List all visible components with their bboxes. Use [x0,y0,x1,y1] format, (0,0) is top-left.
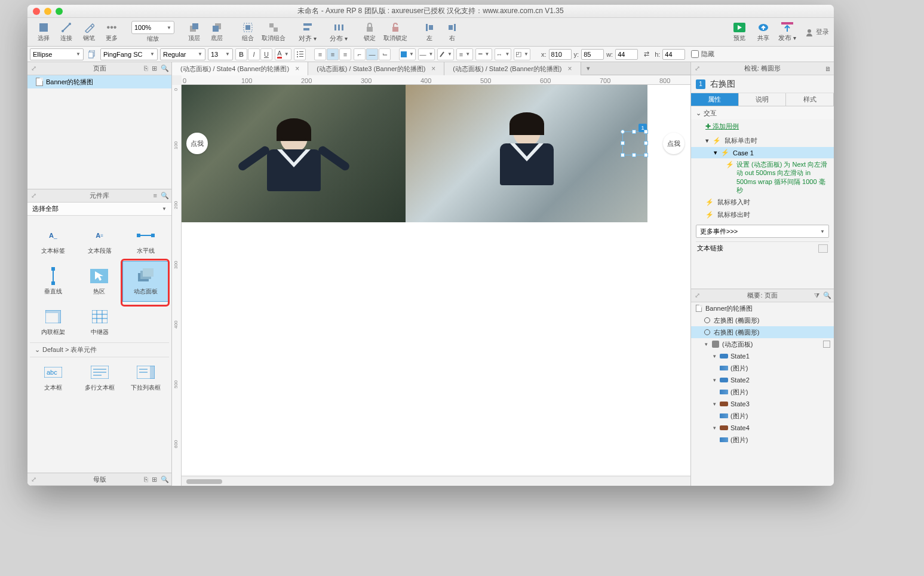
widget-select[interactable]: 下拉列表框 [122,357,169,398]
hidden-checkbox[interactable] [691,50,699,58]
more-tools[interactable]: •••更多 [100,19,123,45]
outline-image[interactable]: (图片) [691,410,834,422]
banner-image-left[interactable] [182,85,406,222]
border-width-button[interactable]: ≡▼ [456,48,473,60]
h-input[interactable] [662,49,685,60]
collapse-icon[interactable]: ⤢ [31,476,36,483]
outline-right-ellipse[interactable]: 右换图 (椭圆形) [691,326,834,338]
library-menu-icon[interactable]: ≡ [154,192,157,200]
select-tool[interactable]: 选择 [32,19,55,45]
search-masters-icon[interactable]: 🔍 [161,476,169,483]
outline-state4[interactable]: ▾State4 [691,422,834,434]
outline-left-ellipse[interactable]: 左换图 (椭圆形) [691,314,834,326]
widget-text-label[interactable]: A_文本标签 [30,220,76,261]
outline-page-row[interactable]: Banner的轮播图 [691,302,834,314]
ungroup-button[interactable]: 取消组合 [259,19,288,45]
widget-dynamic-panel[interactable]: 动态面板 [122,261,169,302]
outline-image[interactable]: (图片) [691,362,834,374]
align-center-text[interactable]: ≡ [327,48,339,60]
tab-style[interactable]: 样式 [786,93,834,106]
event-onmouseenter[interactable]: ⚡鼠标移入时 [691,196,834,209]
close-tab-icon[interactable]: × [431,65,435,73]
align-right-button[interactable]: 右 [441,19,463,45]
action-row[interactable]: ⚡设置 (动态面板) 为 Next 向左滑动 out 500ms 向左滑动 in… [691,158,834,196]
add-folder-icon[interactable]: ⊞ [152,65,157,72]
fontsize-combo[interactable]: 13▼ [208,48,233,60]
bring-front-button[interactable]: 顶层 [183,19,205,45]
shape-combo[interactable]: Ellipse▼ [30,48,84,60]
library-section-forms[interactable]: ⌄Default > 表单元件 [30,342,169,357]
outline-state2[interactable]: ▾State2 [691,374,834,386]
selection-handles[interactable]: 1 [622,131,646,155]
collapse-icon[interactable]: ⤢ [695,65,700,72]
distribute-menu[interactable]: 分布 ▾ [327,19,350,45]
widget-textbox[interactable]: abc文本框 [30,357,76,398]
valign-bottom[interactable]: ⌙ [379,48,391,60]
outline-state1[interactable]: ▾State1 [691,350,834,362]
publish-button[interactable]: 发布 ▾ [775,22,799,42]
send-back-button[interactable]: 底层 [205,19,228,45]
x-input[interactable] [549,49,572,60]
unlock-button[interactable]: 取消锁定 [381,19,410,45]
text-color-button[interactable]: A▼ [275,48,291,60]
notes-icon[interactable]: 🗎 [825,65,831,72]
tab-overflow-icon[interactable]: ▾ [581,62,595,75]
align-menu[interactable]: 对齐 ▾ [296,19,319,45]
interactions-section[interactable]: ⌄交互 [691,106,834,120]
align-left-button[interactable]: 左 [418,19,441,45]
canvas[interactable]: 点我 点我 1 [182,85,690,475]
add-case-link[interactable]: ✚ 添加用例 [691,120,834,134]
group-button[interactable]: 组合 [237,19,259,45]
outline-image[interactable]: (图片) [691,386,834,398]
event-onclick[interactable]: ▾⚡鼠标单击时 [691,134,834,147]
widget-horizontal-line[interactable]: 水平线 [122,220,169,261]
widget-hotspot[interactable]: 热区 [76,261,123,302]
pen-tool[interactable]: 钢笔 [78,19,100,45]
collapse-icon[interactable]: ⤢ [31,192,36,200]
widget-vertical-line[interactable]: 垂直线 [30,261,76,302]
widget-repeater[interactable]: 中继器 [76,302,123,342]
close-tab-icon[interactable]: × [295,65,299,73]
border-style-button[interactable]: ┅▼ [475,48,492,60]
outline-state3[interactable]: ▾State3 [691,398,834,410]
connector-tool[interactable]: 连接 [55,19,78,45]
lock-aspect-icon[interactable]: ⇄ [640,48,652,60]
zoom-combo[interactable]: 100%▼ [131,21,174,34]
underline-button[interactable]: U [260,48,272,60]
add-master-icon[interactable]: ⎘ [144,476,148,483]
tab-state2[interactable]: (动态面板) / State2 (Banner的轮播图)× [444,62,581,75]
login-button[interactable]: 登录 [805,27,829,36]
tab-state4[interactable]: (动态面板) / State4 (Banner的轮播图)× [172,62,308,75]
tab-state3[interactable]: (动态面板) / State3 (Banner的轮播图)× [308,62,444,75]
add-page-icon[interactable]: ⎘ [144,65,148,72]
bold-button[interactable]: B [235,48,247,60]
tab-notes[interactable]: 说明 [739,93,787,106]
close-tab-icon[interactable]: × [568,65,572,73]
share-button[interactable]: 共享 [751,22,775,42]
widget-textarea[interactable]: 多行文本框 [76,357,123,398]
next-button-shape[interactable]: 点我 [663,133,684,154]
italic-button[interactable]: I [248,48,260,60]
arrows-button[interactable]: ↔▼ [495,48,511,60]
bullets-button[interactable] [294,48,306,60]
align-right-text[interactable]: ≡ [339,48,351,60]
search-library-icon[interactable]: 🔍 [161,192,169,200]
line-dropdown[interactable]: — ▼ [418,48,435,60]
align-left-text[interactable]: ≡ [314,48,326,60]
widget-inline-frame[interactable]: 内联框架 [30,302,76,342]
prev-button-shape[interactable]: 点我 [186,133,208,154]
page-row[interactable]: Banner的轮播图 [27,75,171,88]
horizontal-scrollbar[interactable] [182,476,690,486]
filter-icon[interactable]: ⧩ [814,292,819,299]
tab-properties[interactable]: 属性 [691,93,739,106]
outline-dynamic-panel[interactable]: ▾(动态面板) [691,338,834,350]
outline-image[interactable]: (图片) [691,434,834,446]
y-input[interactable] [581,49,604,60]
collapse-icon[interactable]: ⤢ [695,292,700,299]
widget-text-paragraph[interactable]: A≡文本段落 [76,220,123,261]
w-input[interactable] [615,49,638,60]
zoom-window-button[interactable] [56,8,63,15]
banner-image-right[interactable] [406,85,647,222]
border-color-button[interactable]: ▼ [437,48,454,60]
close-window-button[interactable] [33,8,40,15]
